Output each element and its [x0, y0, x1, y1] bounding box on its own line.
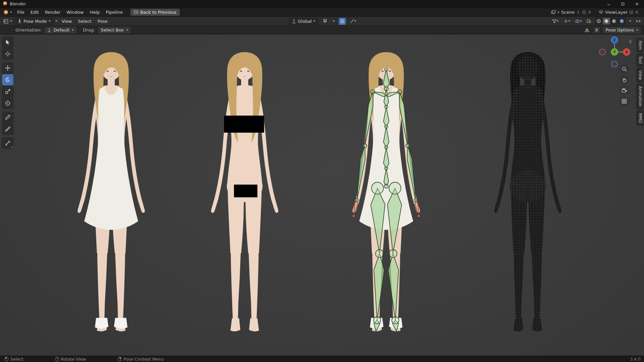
- hint-select-label: Select: [10, 357, 23, 362]
- back-to-previous-button[interactable]: Back to Previous: [130, 9, 180, 16]
- drag-current: Select Box: [101, 27, 123, 33]
- blender-version: 3.4.0: [630, 357, 641, 362]
- menu-pipeline[interactable]: Pipeline: [103, 9, 126, 16]
- show-gizmo-toggle[interactable]: [562, 18, 572, 25]
- tab-view[interactable]: View: [636, 68, 644, 82]
- remove-viewlayer-icon[interactable]: [635, 10, 639, 14]
- tool-annotate-button[interactable]: [2, 112, 13, 123]
- tab-item[interactable]: Item: [636, 38, 644, 52]
- chevron-down-icon: [568, 20, 570, 22]
- proportional-circle-icon: [340, 19, 344, 23]
- material-sphere-icon: [612, 19, 616, 23]
- chevron-down-icon: [333, 20, 335, 22]
- shading-settings-dropdown[interactable]: [628, 18, 633, 25]
- tool-select-box-button[interactable]: [2, 37, 13, 48]
- editor-3d-viewport-icon: [3, 19, 8, 24]
- viewport-tool-header: Pose Mode View Select Pose Global: [0, 17, 644, 26]
- navigation-gizmo[interactable]: Z Y X: [598, 35, 631, 67]
- new-scene-icon[interactable]: [582, 10, 586, 14]
- blender-logo-icon: [3, 10, 8, 15]
- tool-transform-button[interactable]: [2, 98, 13, 109]
- menu-view[interactable]: View: [59, 18, 75, 25]
- character-censored[interactable]: [185, 47, 304, 349]
- tool-cursor-button[interactable]: [2, 48, 13, 60]
- transform-orientation-dropdown[interactable]: Global: [288, 18, 319, 25]
- tab-animation[interactable]: Animation: [636, 83, 644, 109]
- chevron-down-icon: [580, 20, 582, 22]
- proportional-editing-toggle[interactable]: [339, 18, 346, 25]
- chevron-down-icon: [10, 12, 12, 13]
- close-button[interactable]: [630, 0, 644, 8]
- character-wireframe[interactable]: [468, 47, 587, 349]
- tool-scale-button[interactable]: [2, 86, 13, 97]
- camera-view-button[interactable]: [619, 85, 629, 96]
- solid-sphere-icon: [604, 19, 609, 23]
- shading-solid-button[interactable]: [603, 18, 610, 24]
- sidebar-expand-button[interactable]: [629, 39, 633, 45]
- minimize-button[interactable]: [602, 0, 616, 8]
- gizmo-icon: [564, 19, 568, 23]
- pose-options-dropdown[interactable]: Pose Options: [603, 26, 641, 34]
- mirror-icon[interactable]: [583, 26, 591, 34]
- rotate-icon: [5, 77, 11, 83]
- viewport-3d[interactable]: Z Y X Item Tool View Animation MMD: [0, 35, 644, 356]
- visibility-filter-dropdown[interactable]: [551, 18, 560, 25]
- scene-selector[interactable]: Scene: [549, 9, 593, 16]
- character-dressed[interactable]: [52, 47, 171, 349]
- xray-icon: [587, 19, 591, 23]
- tool-rotate-button[interactable]: [2, 74, 13, 85]
- app-menu-button[interactable]: [0, 9, 14, 16]
- menu-pose[interactable]: Pose: [95, 18, 111, 25]
- sidebar-tab-strip: Item Tool View Animation MMD: [636, 38, 644, 126]
- mode-extra-dropdown[interactable]: [54, 18, 59, 25]
- maximize-button[interactable]: [616, 0, 630, 8]
- chevron-down-icon: [55, 20, 57, 22]
- pose-mode-icon: [17, 19, 22, 23]
- shading-wireframe-button[interactable]: [595, 18, 602, 24]
- snap-settings-dropdown[interactable]: [331, 18, 336, 25]
- chevron-down-icon: [557, 12, 559, 13]
- shading-material-button[interactable]: [610, 18, 618, 24]
- shading-rendered-button[interactable]: [618, 18, 626, 24]
- tool-move-button[interactable]: [2, 62, 13, 74]
- viewlayer-name: ViewLayer: [605, 10, 628, 15]
- tab-tool[interactable]: Tool: [636, 53, 644, 66]
- menu-file[interactable]: File: [14, 9, 28, 16]
- annotate-pen-icon: [5, 114, 11, 120]
- rendered-sphere-icon: [620, 19, 624, 23]
- tool-extra-button[interactable]: [2, 137, 13, 149]
- xray-toggle[interactable]: [585, 18, 593, 25]
- menu-window[interactable]: Window: [63, 9, 87, 16]
- menu-select[interactable]: Select: [75, 18, 95, 25]
- menu-help[interactable]: Help: [87, 9, 103, 16]
- proportional-falloff-dropdown[interactable]: [348, 18, 358, 25]
- unlink-scene-icon[interactable]: [588, 10, 591, 14]
- blender-logo-icon: [3, 1, 7, 7]
- pin-icon[interactable]: [576, 10, 580, 14]
- orientation-dropdown[interactable]: Default: [44, 26, 77, 34]
- pose-options-label: Pose Options: [606, 27, 634, 33]
- menu-edit[interactable]: Edit: [28, 9, 42, 16]
- tool-measure-button[interactable]: [2, 123, 13, 135]
- viewlayer-selector[interactable]: ViewLayer: [597, 9, 641, 16]
- editor-resize-icon[interactable]: [635, 18, 642, 25]
- snap-toggle[interactable]: [321, 18, 329, 25]
- gizmo-x-neg-axis[interactable]: [599, 49, 605, 55]
- character-armature[interactable]: [327, 47, 446, 349]
- new-viewlayer-icon[interactable]: [629, 10, 633, 14]
- tool-submenu-indicator: [11, 146, 12, 148]
- zoom-button[interactable]: [619, 64, 629, 74]
- pan-button[interactable]: [619, 75, 629, 85]
- gizmo-z-neg-axis[interactable]: [611, 61, 618, 67]
- mirror-x-toggle[interactable]: X: [593, 26, 600, 34]
- menu-render[interactable]: Render: [42, 9, 63, 16]
- show-overlays-toggle[interactable]: [574, 18, 583, 25]
- hint-rotate-view: Rotate View: [55, 357, 86, 362]
- tab-mmd[interactable]: MMD: [636, 110, 644, 126]
- toggle-perspective-button[interactable]: [619, 96, 629, 106]
- magnet-icon: [323, 19, 327, 23]
- drag-dropdown[interactable]: Select Box: [98, 26, 131, 34]
- censor-bar-top: [224, 116, 264, 133]
- editor-type-button[interactable]: [1, 18, 14, 25]
- mode-dropdown[interactable]: Pose Mode: [14, 18, 54, 25]
